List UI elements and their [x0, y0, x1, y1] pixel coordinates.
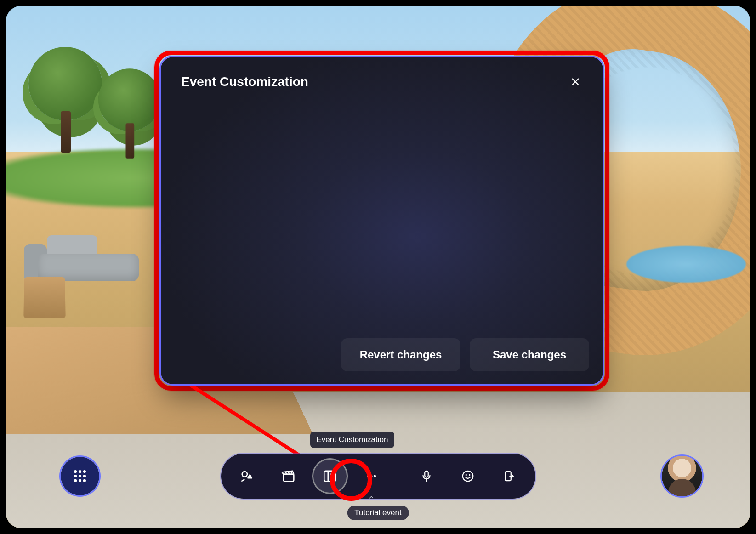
toolbar-environment-editor-button[interactable] — [229, 458, 265, 494]
svg-point-5 — [79, 475, 81, 477]
toolbar-media-button[interactable] — [271, 458, 307, 494]
smile-icon — [461, 469, 475, 483]
event-name-badge: Tutorial event — [347, 506, 409, 520]
app-menu-button[interactable] — [61, 457, 99, 495]
svg-point-15 — [374, 475, 376, 477]
toolbar-event-customization-button[interactable] — [312, 458, 348, 494]
svg-point-10 — [242, 472, 247, 477]
svg-rect-16 — [425, 471, 428, 477]
toolbar-reactions-button[interactable] — [450, 458, 486, 494]
button-label: Save changes — [493, 348, 566, 361]
toolbar-microphone-button[interactable] — [409, 458, 444, 494]
scene-water — [626, 246, 746, 283]
dialog-title: Event Customization — [181, 74, 308, 89]
save-changes-button[interactable]: Save changes — [470, 338, 589, 371]
clapperboard-icon — [281, 468, 296, 484]
chevron-up-icon — [368, 494, 375, 500]
shapes-icon — [239, 468, 255, 484]
tooltip-event-customization: Event Customization — [310, 432, 395, 448]
svg-point-2 — [79, 470, 81, 473]
more-horizontal-icon — [364, 469, 378, 483]
svg-point-14 — [370, 475, 372, 477]
svg-point-17 — [462, 471, 473, 482]
panel-list-icon — [322, 468, 338, 484]
svg-point-7 — [74, 479, 77, 482]
app-window: Event Customization Revert changes Save … — [6, 6, 750, 528]
svg-point-6 — [83, 475, 86, 477]
grid-icon — [72, 468, 88, 484]
svg-rect-11 — [283, 474, 294, 482]
svg-point-13 — [367, 475, 369, 477]
revert-changes-button[interactable]: Revert changes — [341, 338, 460, 371]
close-icon — [570, 77, 580, 87]
bottom-bar-container: Event Customization — [221, 454, 535, 499]
event-customization-dialog: Event Customization Revert changes Save … — [161, 57, 603, 384]
toolbar-leave-button[interactable] — [491, 458, 527, 494]
svg-point-4 — [74, 475, 77, 477]
svg-point-8 — [79, 479, 81, 482]
toolbar-more-button[interactable] — [353, 458, 389, 494]
scene-side-table — [23, 277, 65, 318]
microphone-icon — [420, 469, 433, 483]
door-exit-icon — [502, 469, 516, 483]
bottom-toolbar — [221, 454, 535, 499]
svg-point-3 — [83, 470, 86, 473]
svg-point-18 — [466, 475, 466, 475]
svg-point-19 — [469, 475, 470, 475]
svg-point-1 — [74, 470, 77, 473]
close-button[interactable] — [566, 73, 585, 91]
svg-point-9 — [83, 479, 86, 482]
annotation-dialog-highlight: Event Customization Revert changes Save … — [154, 51, 609, 391]
profile-avatar-button[interactable] — [662, 456, 702, 496]
button-label: Revert changes — [360, 348, 442, 361]
